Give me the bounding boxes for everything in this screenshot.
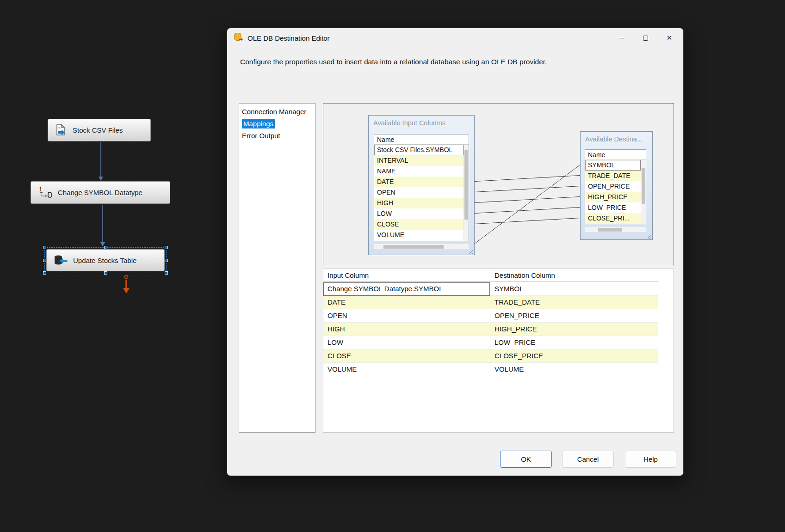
input-column-item[interactable]: Stock CSV Files.SYMBOL bbox=[374, 145, 464, 155]
scrollbar-thumb[interactable] bbox=[383, 245, 444, 249]
available-input-columns-box[interactable]: Available Input Columns Name Stock CSV F… bbox=[368, 115, 475, 255]
destination-column-cell[interactable]: HIGH_PRICE bbox=[490, 323, 658, 336]
input-column-item[interactable]: HIGH bbox=[374, 198, 464, 208]
destination-column-item[interactable]: OPEN_PRICE bbox=[585, 181, 641, 192]
destination-column-item[interactable]: LOW_PRICE bbox=[585, 202, 641, 213]
destination-column-cell[interactable]: SYMBOL bbox=[490, 282, 658, 296]
input-column-item[interactable]: CLOSE bbox=[374, 219, 464, 230]
mapping-canvas: Available Input Columns Name Stock CSV F… bbox=[323, 103, 674, 266]
destination-column-item[interactable]: TRADE_DATE bbox=[585, 171, 641, 181]
nav-item-mappings[interactable]: Mappings bbox=[242, 118, 315, 130]
selection-handle[interactable] bbox=[43, 259, 46, 262]
horizontal-scrollbar[interactable] bbox=[374, 244, 469, 250]
mapping-table-rows: Change SYMBOL Datatype.SYMBOLSYMBOLDATET… bbox=[323, 282, 658, 376]
input-column-cell[interactable]: DATE bbox=[323, 296, 490, 309]
input-column-cell[interactable]: VOLUME bbox=[323, 363, 490, 376]
mapping-table-row[interactable]: Change SYMBOL Datatype.SYMBOLSYMBOL bbox=[323, 282, 658, 296]
destination-column-cell[interactable]: LOW_PRICE bbox=[490, 336, 658, 349]
selection-handle[interactable] bbox=[165, 271, 168, 275]
destination-column-cell[interactable]: CLOSE_PRICE bbox=[490, 349, 658, 363]
flow-connectors bbox=[0, 0, 217, 324]
close-icon[interactable]: ✕ bbox=[657, 28, 681, 48]
input-column-header[interactable]: Input Column bbox=[323, 269, 490, 282]
destination-column-cell[interactable]: TRADE_DATE bbox=[490, 296, 658, 309]
mapping-table-panel: Input Column Destination Column Change S… bbox=[323, 269, 674, 433]
scrollbar-thumb[interactable] bbox=[642, 168, 645, 204]
destination-column-cell[interactable]: OPEN_PRICE bbox=[490, 309, 658, 323]
data-conversion-icon: 1 bbox=[37, 186, 52, 200]
input-column-cell[interactable]: LOW bbox=[323, 336, 490, 349]
task-change-symbol-datatype[interactable]: 1 Change SYMBOL Datatype bbox=[31, 181, 170, 204]
mapping-table-row[interactable]: LOWLOW_PRICE bbox=[323, 336, 658, 349]
task-update-stocks-table[interactable]: Update Stocks Table bbox=[46, 249, 165, 271]
destination-column-header[interactable]: Destination Column bbox=[490, 269, 658, 282]
input-columns-listview: Name Stock CSV Files.SYMBOLINTERVALNAMED… bbox=[374, 134, 469, 241]
mapping-table-row[interactable]: DATETRADE_DATE bbox=[323, 296, 658, 309]
input-column-cell[interactable]: OPEN bbox=[323, 309, 490, 323]
task-stock-csv-files[interactable]: Stock CSV Files bbox=[48, 119, 151, 141]
destination-columns-body: SYMBOLTRADE_DATEOPEN_PRICEHIGH_PRICELOW_… bbox=[585, 160, 646, 224]
input-columns-list: Stock CSV Files.SYMBOLINTERVALNAMEDATEOP… bbox=[374, 145, 464, 241]
csv-source-icon bbox=[55, 124, 67, 136]
vertical-scrollbar[interactable] bbox=[641, 160, 646, 224]
resize-grip-icon[interactable] bbox=[469, 249, 473, 254]
name-column-header[interactable]: Name bbox=[585, 150, 646, 160]
input-column-item[interactable]: LOW bbox=[374, 208, 464, 219]
dialog-titlebar[interactable]: OLE DB Destination Editor ✕ bbox=[227, 28, 683, 48]
mapping-table-row[interactable]: VOLUMEVOLUME bbox=[323, 363, 658, 376]
selection-handle[interactable] bbox=[165, 259, 168, 262]
footer-separator bbox=[235, 442, 676, 442]
selection-handle[interactable] bbox=[165, 246, 168, 249]
selection-handle[interactable] bbox=[43, 246, 46, 249]
input-column-item[interactable]: NAME bbox=[374, 166, 464, 177]
maximize-icon[interactable] bbox=[633, 28, 657, 48]
horizontal-scrollbar[interactable] bbox=[585, 226, 646, 232]
help-button[interactable]: Help bbox=[625, 451, 676, 468]
ok-button[interactable]: OK bbox=[500, 451, 552, 468]
mapping-table-row[interactable]: OPENOPEN_PRICE bbox=[323, 309, 658, 323]
cancel-button[interactable]: Cancel bbox=[562, 451, 614, 468]
input-column-item[interactable]: DATE bbox=[374, 177, 464, 187]
destination-columns-listview: Name SYMBOLTRADE_DATEOPEN_PRICEHIGH_PRIC… bbox=[585, 149, 646, 224]
task-label: Change SYMBOL Datatype bbox=[58, 189, 142, 196]
name-column-header[interactable]: Name bbox=[374, 135, 469, 145]
destination-column-item[interactable]: SYMBOL bbox=[585, 160, 641, 171]
database-icon bbox=[234, 32, 243, 43]
database-destination-icon bbox=[53, 254, 68, 267]
minimize-icon[interactable] bbox=[609, 28, 633, 48]
dialog-description: Configure the properties used to insert … bbox=[240, 58, 547, 66]
input-column-cell[interactable]: CLOSE bbox=[323, 349, 490, 363]
mapping-table-header: Input Column Destination Column bbox=[323, 269, 658, 282]
task-label: Stock CSV Files bbox=[73, 126, 123, 134]
destination-box-title: Available Destina... bbox=[581, 132, 652, 146]
destination-column-item[interactable]: CLOSE_PRI... bbox=[585, 213, 641, 224]
selected-task-outline[interactable]: Update Stocks Table bbox=[44, 247, 167, 273]
svg-text:1: 1 bbox=[39, 186, 42, 193]
ole-db-destination-editor-dialog: OLE DB Destination Editor ✕ Configure th… bbox=[227, 28, 684, 476]
selection-handle[interactable] bbox=[104, 271, 107, 275]
selection-handle[interactable] bbox=[104, 246, 107, 249]
nav-item-connection-manager[interactable]: Connection Manager bbox=[242, 106, 315, 118]
input-box-title: Available Input Columns bbox=[369, 116, 474, 129]
destination-columns-list: SYMBOLTRADE_DATEOPEN_PRICEHIGH_PRICELOW_… bbox=[585, 160, 641, 224]
input-column-cell[interactable]: HIGH bbox=[323, 323, 490, 336]
nav-item-error-output[interactable]: Error Output bbox=[242, 130, 315, 142]
pages-list: Connection ManagerMappingsError Output bbox=[239, 103, 315, 433]
destination-column-item[interactable]: HIGH_PRICE bbox=[585, 192, 641, 202]
task-label: Update Stocks Table bbox=[73, 257, 136, 264]
input-column-item[interactable]: VOLUME bbox=[374, 230, 464, 240]
input-columns-body: Stock CSV Files.SYMBOLINTERVALNAMEDATEOP… bbox=[374, 145, 469, 241]
dialog-title: OLE DB Destination Editor bbox=[247, 34, 330, 42]
destination-column-cell[interactable]: VOLUME bbox=[490, 363, 658, 376]
scrollbar-thumb[interactable] bbox=[598, 228, 622, 232]
available-destination-columns-box[interactable]: Available Destina... Name SYMBOLTRADE_DA… bbox=[580, 131, 653, 240]
input-column-item[interactable]: OPEN bbox=[374, 187, 464, 198]
mapping-table-row[interactable]: CLOSECLOSE_PRICE bbox=[323, 349, 658, 363]
selection-handle[interactable] bbox=[43, 271, 46, 275]
input-column-item[interactable]: INTERVAL bbox=[374, 155, 464, 166]
scrollbar-thumb[interactable] bbox=[464, 150, 468, 220]
mapping-table-row[interactable]: HIGHHIGH_PRICE bbox=[323, 323, 658, 336]
vertical-scrollbar[interactable] bbox=[464, 145, 469, 241]
input-column-cell[interactable]: Change SYMBOL Datatype.SYMBOL bbox=[323, 282, 490, 296]
resize-grip-icon[interactable] bbox=[647, 234, 651, 238]
